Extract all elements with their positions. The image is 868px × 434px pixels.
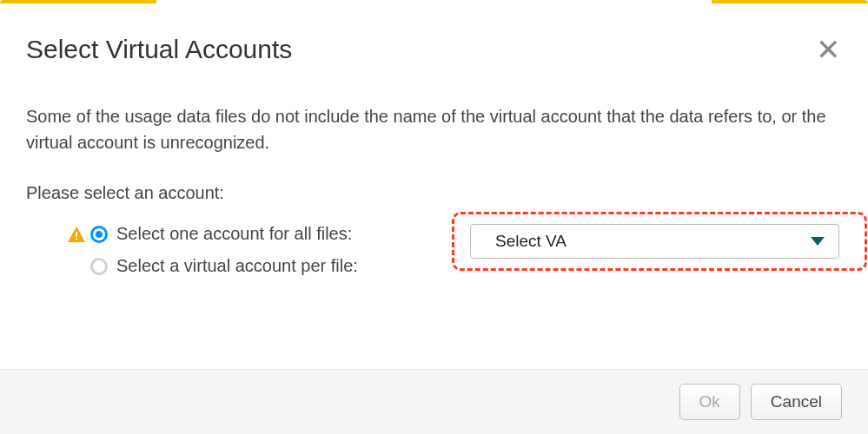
radio-per-file[interactable] [90,258,108,275]
radio-all-files[interactable] [90,226,108,243]
option-all-files-label: Select one account for all files: [116,224,352,244]
ok-button[interactable]: Ok [679,384,740,420]
dialog-footer: Ok Cancel [0,369,868,434]
dialog-instruction: Please select an account: [26,183,842,203]
top-border-right [712,0,868,3]
select-virtual-account-dropdown[interactable]: Select VA [470,224,839,259]
dialog-title: Select Virtual Accounts [26,35,292,64]
options-area: Select one account for all files: Select… [26,224,842,288]
svg-rect-0 [76,232,77,237]
cancel-button[interactable]: Cancel [751,384,842,420]
option-all-files[interactable]: Select one account for all files: [26,224,426,244]
warning-triangle-icon [68,227,85,242]
caret-down-icon [811,237,825,246]
option-row-per-file: Select a virtual account per file: [26,256,842,276]
dialog-description: Some of the usage data files do not incl… [26,103,842,155]
dialog-header: Select Virtual Accounts ✕ [26,35,842,64]
top-border-left [0,0,156,3]
option-per-file[interactable]: Select a virtual account per file: [26,256,426,276]
option-per-file-label: Select a virtual account per file: [116,256,358,276]
close-icon: ✕ [816,33,840,66]
select-virtual-accounts-dialog: Select Virtual Accounts ✕ Some of the us… [0,0,868,434]
select-value: Select VA [495,232,567,251]
close-button[interactable]: ✕ [814,35,842,64]
svg-rect-1 [76,238,77,240]
